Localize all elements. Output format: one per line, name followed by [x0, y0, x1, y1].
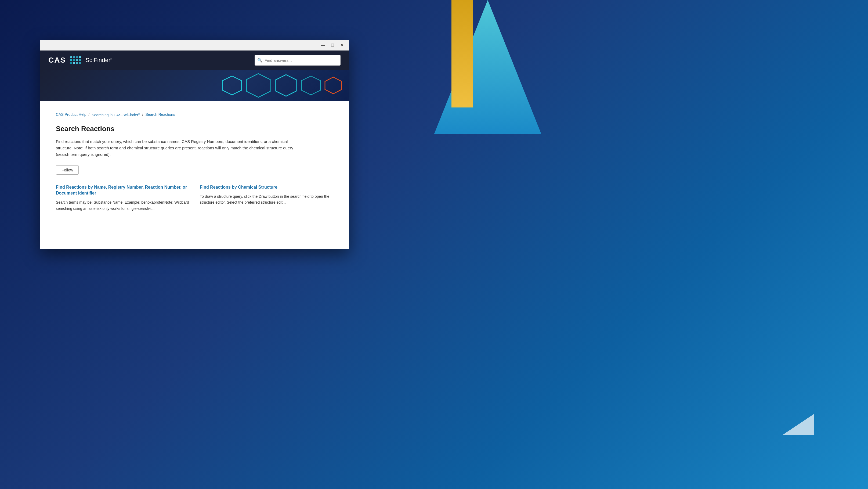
cards-grid: Find Reactions by Name, Registry Number,…: [56, 184, 333, 212]
dot: [70, 56, 72, 58]
logo-area: CAS SciFindern: [48, 56, 112, 64]
close-button[interactable]: ✕: [338, 42, 346, 48]
hex-icon: [324, 76, 343, 95]
page-description: Find reactions that match your query, wh…: [56, 139, 298, 158]
dot: [79, 56, 81, 58]
card-1-text: Search terms may be: Substance Name: Exa…: [56, 200, 189, 211]
cas-dots-icon: [70, 56, 81, 64]
window-titlebar: — ☐ ✕: [40, 40, 349, 51]
dot: [70, 59, 72, 61]
svg-marker-3: [302, 76, 320, 95]
hex-icon: [245, 72, 272, 99]
search-input[interactable]: [255, 55, 341, 66]
card-1: Find Reactions by Name, Registry Number,…: [56, 184, 189, 212]
app-header: CAS SciFindern 🔍: [40, 51, 349, 70]
app-banner: [40, 70, 349, 101]
hex-icon: [221, 75, 243, 96]
breadcrumb-searching[interactable]: Searching in CAS SciFindern: [92, 112, 140, 117]
card-1-title[interactable]: Find Reactions by Name, Registry Number,…: [56, 184, 189, 196]
svg-marker-4: [325, 77, 342, 94]
dot: [79, 59, 81, 61]
hexagons-decoration: [221, 70, 349, 101]
breadcrumb-current: Search Reactions: [145, 112, 175, 117]
card-2-text: To draw a structure query, click the Dra…: [200, 193, 333, 206]
follow-button[interactable]: Follow: [56, 165, 79, 175]
dot: [73, 62, 75, 64]
maximize-button[interactable]: ☐: [329, 42, 336, 48]
product-name: SciFindern: [85, 57, 112, 64]
dot: [70, 62, 72, 64]
dot: [76, 56, 78, 58]
dot: [73, 59, 75, 61]
card-2: Find Reactions by Chemical Structure To …: [200, 184, 333, 212]
content-area: CAS Product Help / Searching in CAS SciF…: [40, 101, 349, 249]
search-container: 🔍: [255, 55, 341, 66]
dot: [73, 56, 75, 58]
cas-logo-text: CAS: [48, 56, 66, 64]
search-icon: 🔍: [257, 58, 262, 63]
dot: [76, 59, 78, 61]
page-title: Search Reactions: [56, 125, 333, 133]
dot: [79, 62, 81, 64]
hex-icon: [274, 73, 298, 97]
svg-marker-1: [247, 73, 270, 97]
breadcrumb-separator-2: /: [142, 112, 144, 117]
breadcrumb: CAS Product Help / Searching in CAS SciF…: [56, 112, 333, 117]
breadcrumb-cas-product-help[interactable]: CAS Product Help: [56, 112, 87, 117]
minimize-button[interactable]: —: [319, 42, 327, 48]
svg-marker-2: [275, 75, 297, 96]
application-window: — ☐ ✕ CAS SciFindern: [40, 40, 349, 249]
dot: [76, 62, 78, 64]
svg-marker-0: [223, 76, 242, 95]
breadcrumb-separator-1: /: [89, 112, 90, 117]
card-2-title[interactable]: Find Reactions by Chemical Structure: [200, 184, 333, 190]
hex-icon: [300, 75, 322, 96]
